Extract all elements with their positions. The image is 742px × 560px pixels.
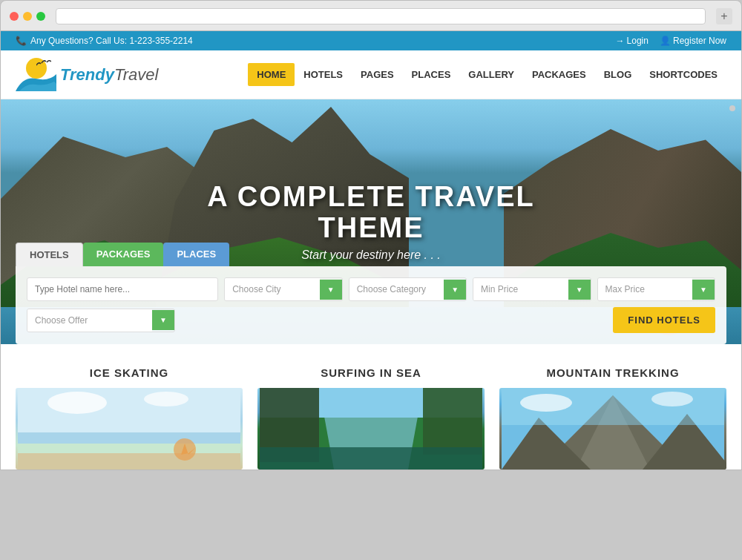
search-tabs: HOTELS PACKAGES PLACES [16,243,726,266]
site-header: TrendyTravel HOME HOTELS PAGES PLACES GA… [1,50,741,99]
city-select[interactable]: Choose City ▼ [224,277,342,301]
svg-rect-3 [18,453,240,470]
ice-skating-image [16,388,243,470]
close-dot[interactable] [10,12,19,21]
category-dropdown-arrow[interactable]: ▼ [444,280,466,300]
max-price-arrow[interactable]: ▼ [692,280,715,300]
tab-packages[interactable]: PACKAGES [83,243,164,266]
features-section: ICE SKATING SURFING IN SEA [1,344,741,470]
hero-section: A COMPLETE TRAVEL THEME Start your desti… [1,99,741,344]
search-row-1: Choose City ▼ Choose Category ▼ Min Pric… [27,277,715,301]
hero-title: A COMPLETE TRAVEL THEME [186,182,556,244]
top-bar-auth: → Login 👤 Register Now [616,36,726,46]
logo[interactable]: TrendyTravel [16,58,158,91]
tab-hotels[interactable]: HOTELS [16,243,83,266]
category-select[interactable]: Choose Category ▼ [349,277,467,301]
logo-text: TrendyTravel [60,67,158,83]
logo-trendy: Trendy [60,65,114,84]
min-price-arrow[interactable]: ▼ [568,280,591,300]
register-label: Register Now [673,36,726,46]
svg-point-22 [651,392,693,406]
nav-item-home[interactable]: HOME [248,63,295,86]
browser-chrome: + [0,0,742,31]
top-bar-contact: 📞 Any Questions? Call Us: 1-223-355-2214 [16,36,193,46]
category-select-label: Choose Category [349,278,444,300]
feature-ice-skating: ICE SKATING [16,366,243,470]
city-dropdown-arrow[interactable]: ▼ [320,280,342,300]
login-label: Login [627,36,649,46]
feature-mountain: MOUNTAIN TREKKING [499,366,726,470]
nav-item-hotels[interactable]: HOTELS [295,63,352,86]
feature-surfing: SURFING IN SEA [257,366,485,470]
phone-icon: 📞 [16,36,27,46]
login-icon: → [616,36,625,46]
nav-item-packages[interactable]: PACKAGES [523,63,595,86]
nav-item-blog[interactable]: BLOG [595,63,641,86]
search-box: Choose City ▼ Choose Category ▼ Min Pric… [16,266,726,344]
min-price-label: Min Price [473,278,568,300]
top-bar: 📞 Any Questions? Call Us: 1-223-355-2214… [1,31,741,50]
find-hotels-button[interactable]: FIND HOTELS [613,307,715,333]
mountain-image [499,388,726,470]
svg-point-5 [174,438,196,461]
register-link[interactable]: 👤 Register Now [660,36,726,46]
login-link[interactable]: → Login [616,36,649,46]
feature-title-mountain: MOUNTAIN TREKKING [499,366,726,379]
max-price-select[interactable]: Max Price ▼ [597,277,715,301]
minimize-dot[interactable] [23,12,32,21]
city-select-label: Choose City [225,278,320,300]
nav-item-shortcodes[interactable]: SHORTCODES [640,63,726,86]
slider-dot[interactable] [729,105,735,111]
max-price-label: Max Price [598,278,693,300]
address-bar[interactable] [56,8,706,24]
new-tab-button[interactable]: + [716,8,732,24]
surfing-image [257,388,485,470]
feature-img-mountain [499,388,726,470]
feature-img-surf [257,388,485,470]
offer-select-label: Choose Offer [27,309,152,332]
tab-places[interactable]: PLACES [163,243,229,266]
search-section: HOTELS PACKAGES PLACES Choose City ▼ Cho… [16,243,726,344]
feature-title-ice: ICE SKATING [16,366,243,379]
nav-item-gallery[interactable]: GALLERY [459,63,523,86]
logo-wave-icon [16,73,56,91]
min-price-select[interactable]: Min Price ▼ [473,277,591,301]
svg-rect-11 [423,388,482,455]
offer-select[interactable]: Choose Offer ▼ [27,309,175,332]
main-nav: HOME HOTELS PAGES PLACES GALLERY PACKAGE… [248,63,726,86]
logo-icon [16,58,56,91]
maximize-dot[interactable] [36,12,45,21]
feature-title-surf: SURFING IN SEA [257,366,485,379]
nav-item-places[interactable]: PLACES [403,63,460,86]
feature-img-ice [16,388,243,470]
search-row-2: Choose Offer ▼ FIND HOTELS [27,307,715,333]
hotel-name-input[interactable] [27,277,218,301]
svg-point-6 [47,392,107,414]
svg-point-7 [144,392,188,406]
offer-dropdown-arrow[interactable]: ▼ [152,310,174,330]
logo-travel: Travel [114,65,159,84]
svg-rect-13 [260,447,482,470]
register-icon: 👤 [660,36,671,46]
svg-point-21 [520,394,572,412]
logo-birds-icon [36,59,51,68]
contact-text: Any Questions? Call Us: 1-223-355-2214 [30,36,193,46]
nav-item-pages[interactable]: PAGES [352,63,403,86]
website-container: 📞 Any Questions? Call Us: 1-223-355-2214… [0,31,742,470]
browser-controls: + [10,8,732,24]
